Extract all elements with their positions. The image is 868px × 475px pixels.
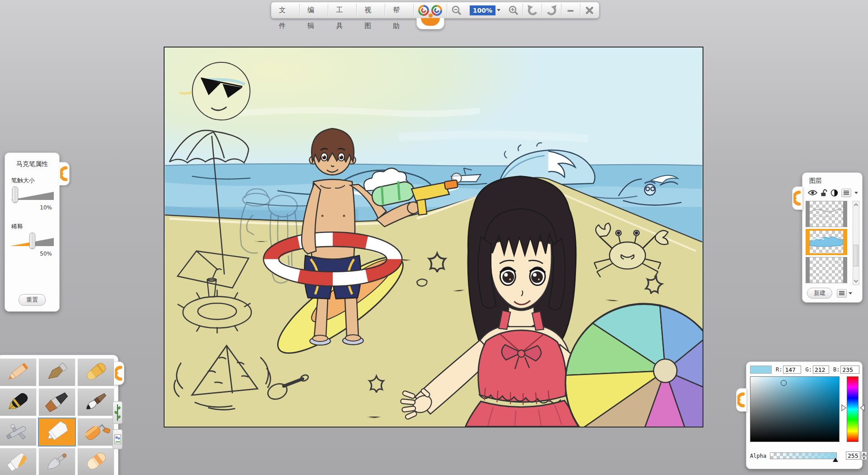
- ink-brush-icon: [81, 390, 110, 414]
- brush-size-label: 笔触大小: [11, 176, 59, 185]
- tool-colored-pencil[interactable]: [0, 358, 37, 386]
- minimize-button[interactable]: [561, 2, 580, 18]
- zoom-out-button[interactable]: [447, 2, 466, 18]
- plant-decoration-button[interactable]: [113, 401, 123, 424]
- tool-pastel-stick[interactable]: [38, 358, 75, 386]
- menu-tools[interactable]: 工具: [328, 2, 356, 18]
- drawing-canvas[interactable]: [164, 47, 703, 428]
- visibility-eye-icon[interactable]: [808, 190, 817, 196]
- orange-handle-icon: [793, 189, 802, 207]
- layer-thumbnail-selected[interactable]: [806, 229, 847, 255]
- tool-paint-roller[interactable]: [77, 418, 114, 446]
- fountain-pen-icon: [4, 390, 33, 414]
- paint-bottle-icon: [4, 450, 33, 474]
- zoom-in-button[interactable]: [504, 2, 523, 18]
- alpha-marker[interactable]: [833, 458, 838, 462]
- scrollbar-thumb[interactable]: [854, 245, 859, 266]
- brush-size-slider[interactable]: [9, 186, 55, 204]
- blend-half-circle-icon[interactable]: [830, 189, 838, 197]
- red-input[interactable]: [783, 366, 801, 374]
- zoom-level-select[interactable]: 100%: [466, 2, 504, 18]
- layer-scrollbar[interactable]: [853, 201, 859, 285]
- panel-grab-handle[interactable]: [114, 361, 124, 385]
- plant-icon: [114, 404, 121, 422]
- color-position-marker: [781, 380, 787, 386]
- color-picker-panel: R: G: B: Alpha: [746, 361, 863, 469]
- minimize-icon: [566, 6, 575, 15]
- tool-palette-knife[interactable]: [38, 448, 75, 475]
- close-icon: [585, 6, 594, 15]
- menu-help[interactable]: 帮助: [385, 2, 413, 18]
- tool-eraser[interactable]: [77, 448, 114, 475]
- panel-grab-handle[interactable]: [792, 186, 802, 210]
- layer-thumbnail-top[interactable]: [806, 201, 847, 227]
- alpha-slider[interactable]: [770, 452, 837, 459]
- zoom-level-value: 100%: [470, 5, 495, 15]
- alpha-label: Alpha: [750, 453, 766, 459]
- alpha-increment-button[interactable]: [861, 451, 867, 456]
- mascot-smile: [421, 18, 440, 26]
- layer-thumbnail-bottom[interactable]: [806, 257, 847, 283]
- hue-bar[interactable]: [847, 376, 859, 442]
- zoom-out-icon: [451, 5, 462, 16]
- list-menu-icon: [839, 291, 844, 295]
- hue-arrow-left[interactable]: [841, 404, 846, 411]
- undo-button[interactable]: [523, 2, 542, 18]
- mascot-tab: [416, 18, 444, 29]
- chevron-down-icon[interactable]: [854, 192, 858, 194]
- green-input[interactable]: [813, 366, 829, 374]
- menu-view[interactable]: 视图: [357, 2, 385, 18]
- dilution-slider[interactable]: [9, 233, 55, 251]
- dilution-handle[interactable]: [29, 233, 35, 249]
- panel-grab-handle[interactable]: [59, 162, 70, 185]
- tool-marker[interactable]: [38, 418, 75, 446]
- marker-properties-panel: 马克笔属性 笔触大小 10% 稀释 50% 重置: [5, 152, 60, 312]
- scroll-up-icon[interactable]: [853, 203, 859, 207]
- layer-content-faint: [810, 257, 843, 281]
- marker-icon: [42, 420, 71, 444]
- brush-size-handle[interactable]: [12, 186, 18, 203]
- hue-arrow-right[interactable]: [860, 404, 865, 411]
- chevron-down-icon[interactable]: [849, 292, 852, 294]
- alpha-decrement-button[interactable]: [861, 456, 867, 460]
- tool-fountain-pen[interactable]: [0, 388, 37, 416]
- panel-grab-handle[interactable]: [736, 388, 746, 412]
- tool-ink-brush[interactable]: [77, 388, 114, 416]
- photo-stamp-button[interactable]: [113, 429, 123, 449]
- app-window: { "toolbar": { "menus": ["文件", "编辑", "工具…: [0, 0, 868, 475]
- photo-icon: [114, 434, 121, 444]
- flat-brush-icon: [42, 390, 71, 414]
- new-layer-button[interactable]: 新建: [807, 288, 832, 299]
- layers-panel: 图层: [802, 172, 863, 303]
- redo-icon: [546, 5, 557, 16]
- menu-edit[interactable]: 编辑: [300, 2, 328, 18]
- paint-roller-icon: [81, 420, 110, 444]
- layer-options-button[interactable]: [837, 289, 847, 298]
- reset-button[interactable]: 重置: [19, 294, 46, 306]
- colored-pencil-icon: [4, 361, 33, 384]
- tool-airbrush[interactable]: [0, 418, 37, 446]
- chevron-down-icon[interactable]: [497, 9, 500, 11]
- crayon-icon: [81, 361, 110, 384]
- alpha-input[interactable]: [846, 451, 860, 460]
- tool-palette-panel: [0, 355, 118, 475]
- layer-content-blue-wave: [810, 231, 843, 253]
- undo-icon: [527, 5, 538, 16]
- zoom-in-icon: [508, 5, 519, 16]
- blue-input[interactable]: [840, 366, 859, 374]
- layer-menu-button[interactable]: [841, 189, 851, 197]
- redo-button[interactable]: [542, 2, 561, 18]
- tool-paint-bottle[interactable]: [0, 448, 37, 475]
- tool-flat-brush[interactable]: [38, 388, 75, 416]
- menu-file[interactable]: 文件: [271, 2, 299, 18]
- unlock-icon[interactable]: [821, 189, 827, 197]
- red-label: R:: [776, 366, 782, 373]
- blue-label: B:: [833, 366, 840, 373]
- dilution-value: 50%: [5, 251, 52, 257]
- rainbow-swirl-icon: [431, 5, 443, 16]
- palette-knife-icon: [42, 450, 71, 474]
- tool-crayon[interactable]: [77, 358, 114, 386]
- close-button[interactable]: [580, 2, 599, 18]
- saturation-brightness-box[interactable]: [750, 376, 840, 442]
- scroll-down-icon[interactable]: [853, 279, 859, 283]
